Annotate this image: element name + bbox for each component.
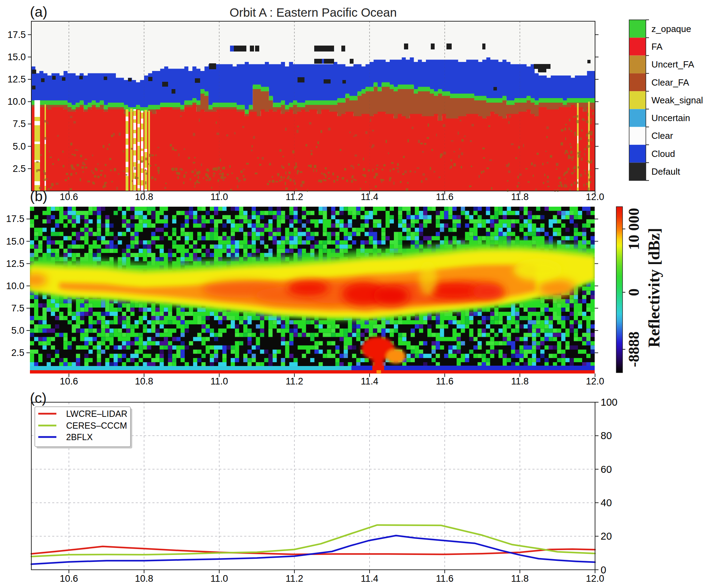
svg-text:11.8: 11.8 [511,376,529,387]
svg-text:100: 100 [601,397,617,408]
svg-text:15.0: 15.0 [6,236,24,247]
svg-text:10.6: 10.6 [60,192,78,202]
svg-text:7.5: 7.5 [11,303,24,313]
svg-text:CERES–CCCM: CERES–CCCM [66,421,127,430]
svg-text:10.8: 10.8 [135,376,153,387]
svg-text:11.4: 11.4 [361,573,379,584]
svg-text:11.2: 11.2 [286,573,303,584]
svg-text:Default: Default [651,166,680,177]
svg-text:2.5: 2.5 [11,348,24,358]
svg-text:15.0: 15.0 [7,52,26,62]
svg-text:10.8: 10.8 [135,573,153,584]
svg-text:Clear: Clear [651,130,673,141]
svg-text:10.6: 10.6 [60,376,78,387]
svg-text:(b): (b) [30,188,47,204]
svg-text:10.8: 10.8 [135,192,153,202]
svg-text:11.2: 11.2 [286,192,303,202]
svg-text:11.4: 11.4 [361,376,379,387]
svg-text:11.4: 11.4 [361,192,379,202]
svg-text:17.5: 17.5 [6,214,24,224]
svg-text:7.5: 7.5 [13,119,26,129]
svg-text:11.6: 11.6 [436,573,454,584]
svg-text:10.6: 10.6 [60,573,78,584]
svg-text:10.0: 10.0 [7,96,26,107]
svg-text:0: 0 [601,564,606,575]
svg-text:z_opaque: z_opaque [651,24,691,34]
svg-text:11.0: 11.0 [211,192,228,202]
svg-text:12.0: 12.0 [586,376,604,387]
svg-text:-8888: -8888 [625,332,642,367]
svg-text:5.0: 5.0 [11,325,24,336]
svg-text:LWCRE–LIDAR: LWCRE–LIDAR [66,409,127,419]
svg-text:11.0: 11.0 [211,376,228,387]
svg-text:Orbit A : Eastern Pacific Ocea: Orbit A : Eastern Pacific Ocean [230,6,397,19]
svg-text:Clear_FA: Clear_FA [651,77,689,88]
svg-text:11.8: 11.8 [511,573,529,584]
svg-text:FA: FA [651,41,663,52]
svg-text:10 000: 10 000 [625,208,642,250]
svg-text:12.5: 12.5 [6,259,24,269]
svg-text:Uncertain: Uncertain [651,113,690,123]
svg-text:12.5: 12.5 [7,74,26,85]
svg-text:2BFLX: 2BFLX [66,432,93,442]
svg-text:11.2: 11.2 [286,376,303,387]
svg-text:11.0: 11.0 [211,573,228,584]
svg-text:2.5: 2.5 [13,164,26,174]
svg-text:12.0: 12.0 [586,192,604,202]
svg-text:60: 60 [601,464,612,475]
svg-text:11.8: 11.8 [511,192,529,202]
svg-text:10.0: 10.0 [6,281,24,291]
svg-text:17.5: 17.5 [7,30,26,40]
svg-text:20: 20 [601,531,612,542]
svg-text:Weak_signal: Weak_signal [651,95,703,105]
svg-text:5.0: 5.0 [13,141,26,152]
svg-text:11.6: 11.6 [436,192,454,202]
svg-text:Uncert_FA: Uncert_FA [651,59,694,70]
svg-text:(c): (c) [30,390,47,406]
svg-text:0: 0 [625,288,642,296]
svg-text:80: 80 [601,430,612,441]
svg-text:Cloud: Cloud [651,149,675,159]
svg-text:11.6: 11.6 [436,376,454,387]
svg-text:(a): (a) [30,4,47,20]
svg-text:Reflectivity [dBz]: Reflectivity [dBz] [645,228,663,348]
svg-text:40: 40 [601,497,612,508]
